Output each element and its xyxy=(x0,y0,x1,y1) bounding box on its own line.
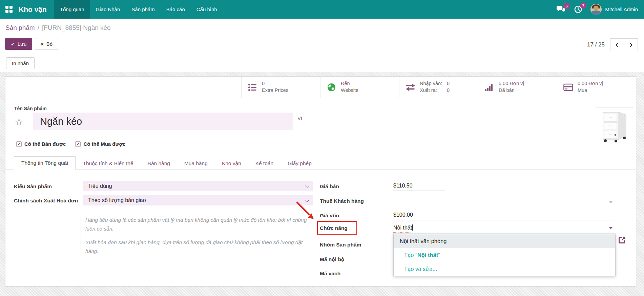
stat-button-row: 0 Extra Prices Đến Website Nhập vào: xyxy=(5,77,636,98)
messages-badge: 6 xyxy=(563,3,570,9)
annotation-arrow xyxy=(294,201,321,224)
menu-item-giao-nhan[interactable]: Giao Nhận xyxy=(90,0,126,19)
save-button[interactable]: ✓ Lưu xyxy=(5,38,32,50)
check-icon: ✓ xyxy=(11,41,15,47)
stat-button-extra-prices[interactable]: 0 Extra Prices xyxy=(241,77,320,98)
invoice-policy-select[interactable]: Theo số lượng bàn giao xyxy=(83,195,313,205)
breadcrumb-separator: / xyxy=(35,24,42,31)
website-label: Website xyxy=(341,87,358,94)
tab-general-information[interactable]: Thông tin Tổng quát xyxy=(14,156,76,170)
messages-button[interactable]: 6 xyxy=(557,5,566,13)
stat-button-moves[interactable]: Nhập vào: 0 Xuất ra: 0 xyxy=(399,77,478,98)
sold-label: Đã bán xyxy=(499,87,524,94)
user-name: Mitchell Admin xyxy=(605,6,638,12)
tab-purchase[interactable]: Mua hàng xyxy=(177,157,215,170)
pager-count: 17 / 25 xyxy=(587,41,605,48)
customer-taxes-label: Thuế Khách hàng xyxy=(320,198,389,204)
topbar-right: 6 7 Mitchell Admin xyxy=(557,0,644,19)
cost-label: Giá vốn xyxy=(320,213,389,219)
close-icon: × xyxy=(41,41,43,47)
bar-chart-icon xyxy=(484,83,495,92)
favorite-star-icon[interactable]: ☆ xyxy=(15,117,23,127)
dropdown-option-existing[interactable]: Nội thất văn phòng xyxy=(394,234,615,248)
pager-next-button[interactable] xyxy=(624,38,638,51)
website-value: Đến xyxy=(341,80,358,87)
moves-in-label: Nhập vào: xyxy=(420,80,442,87)
checkbox-check-icon: ✓ xyxy=(16,141,22,147)
chevron-left-icon xyxy=(616,43,620,47)
breadcrumb-products-link[interactable]: Sản phẩm xyxy=(5,24,35,31)
tab-licenses[interactable]: Giấy phép xyxy=(281,157,319,170)
chevron-right-icon xyxy=(628,43,632,47)
menu-item-san-pham[interactable]: Sản phẩm xyxy=(126,0,160,19)
print-labels-button[interactable]: In nhãn xyxy=(6,57,35,69)
avatar xyxy=(590,4,602,15)
top-navbar: Kho vận Tổng quan Giao Nhận Sản phẩm Báo… xyxy=(0,0,644,19)
moves-in-value: 0 xyxy=(447,80,450,87)
checkbox-check-icon: ✓ xyxy=(75,141,81,147)
can-purchase-checkbox[interactable]: ✓ Có thể Mua được xyxy=(75,141,125,147)
create-option-prefix: Tạo " xyxy=(404,252,417,258)
user-menu[interactable]: Mitchell Admin xyxy=(590,4,638,15)
moves-out-value: 0 xyxy=(447,87,450,94)
cost-underline xyxy=(393,220,614,220)
help-invoicing-text: Xuất hóa đơn sau khi giao hàng, dựa trên… xyxy=(85,238,312,256)
menu-item-bao-cao[interactable]: Báo cáo xyxy=(161,0,191,19)
translation-language-badge[interactable]: VI xyxy=(297,115,302,121)
credit-card-icon xyxy=(563,83,574,91)
tab-sales[interactable]: Bán hàng xyxy=(141,157,177,170)
dropdown-option-create[interactable]: Tạo "Nội thất" xyxy=(394,248,615,262)
cost-input[interactable]: $100,00 xyxy=(393,212,615,218)
list-icon xyxy=(247,83,258,92)
invoice-policy-value: Theo số lượng bàn giao xyxy=(88,197,146,203)
tab-accounting[interactable]: Kế toán xyxy=(248,157,281,170)
sales-price-input[interactable]: $110,50 xyxy=(393,183,615,189)
discard-button-label: Bỏ xyxy=(46,41,53,47)
discard-button[interactable]: × Bỏ xyxy=(35,38,58,50)
pager-previous-button[interactable] xyxy=(610,38,624,51)
create-option-term: Nội thất xyxy=(417,252,438,258)
stat-button-sold[interactable]: 5,00 Đơn vị Đã bán xyxy=(478,77,557,98)
internal-reference-label: Mã nội bộ xyxy=(320,256,389,262)
can-sell-checkbox[interactable]: ✓ Có thể Bán được xyxy=(16,141,66,147)
product-type-select[interactable]: Tiêu dùng xyxy=(83,181,313,191)
product-function-typed-value: Nội thất xyxy=(393,225,412,231)
save-button-label: Lưu xyxy=(18,41,27,47)
extra-prices-value: 0 xyxy=(262,80,288,87)
app-title[interactable]: Kho vận xyxy=(17,0,54,19)
product-form-sheet: 0 Extra Prices Đến Website Nhập vào: xyxy=(5,76,636,287)
activities-button[interactable]: 7 xyxy=(574,5,582,14)
help-text-block: Hàng tiêu dùng là các sản phẩm vật lý mà… xyxy=(81,216,312,256)
barcode-label: Mã vạch xyxy=(320,271,389,277)
apps-menu-button[interactable] xyxy=(0,0,17,19)
tab-attributes-variants[interactable]: Thuộc tính & Biến thể xyxy=(76,157,140,170)
menu-item-cau-hinh[interactable]: Cấu hình xyxy=(191,0,223,19)
purchased-value: 0,00 Đơn vị xyxy=(578,80,603,87)
sales-price-label: Giá bán xyxy=(320,183,389,190)
main-menu: Tổng quan Giao Nhận Sản phẩm Báo cáo Cấu… xyxy=(54,0,223,19)
product-category-label: Nhóm Sản phẩm xyxy=(320,242,389,248)
stat-button-website[interactable]: Đến Website xyxy=(320,77,399,98)
dropdown-option-create-edit[interactable]: Tạo và sửa... xyxy=(394,262,615,276)
tab-inventory[interactable]: Kho vận xyxy=(215,157,248,170)
app-window: Kho vận Tổng quan Giao Nhận Sản phẩm Báo… xyxy=(0,0,644,296)
menu-item-tong-quan[interactable]: Tổng quan xyxy=(54,0,90,19)
customer-taxes-underline xyxy=(393,205,614,205)
product-function-dropdown-caret[interactable] xyxy=(609,227,612,229)
moves-out-label: Xuất ra: xyxy=(420,87,442,94)
product-function-input[interactable]: Nội thất xyxy=(393,224,615,231)
breadcrumb: Sản phẩm/[FURN_8855] Ngăn kéo xyxy=(5,24,111,32)
control-panel: Sản phẩm/[FURN_8855] Ngăn kéo ✓ Lưu × Bỏ… xyxy=(0,19,644,55)
create-option-suffix: " xyxy=(438,252,440,258)
external-link-icon[interactable] xyxy=(617,235,627,245)
text-cursor xyxy=(412,224,413,231)
drawer-cabinet-image xyxy=(598,109,631,143)
notebook-tabs: Thông tin Tổng quát Thuộc tính & Biến th… xyxy=(5,156,636,170)
autocomplete-dropdown: Nội thất văn phòng Tạo "Nội thất" Tạo và… xyxy=(393,234,616,276)
product-type-value: Tiêu dùng xyxy=(88,183,112,189)
sold-value: 5,00 Đơn vị xyxy=(499,80,524,87)
product-name-input[interactable]: Ngăn kéo xyxy=(33,113,293,130)
customer-taxes-dropdown-caret[interactable] xyxy=(609,201,612,203)
product-image[interactable] xyxy=(595,107,634,145)
stat-button-purchased[interactable]: 0,00 Đơn vị Mua xyxy=(557,77,636,98)
